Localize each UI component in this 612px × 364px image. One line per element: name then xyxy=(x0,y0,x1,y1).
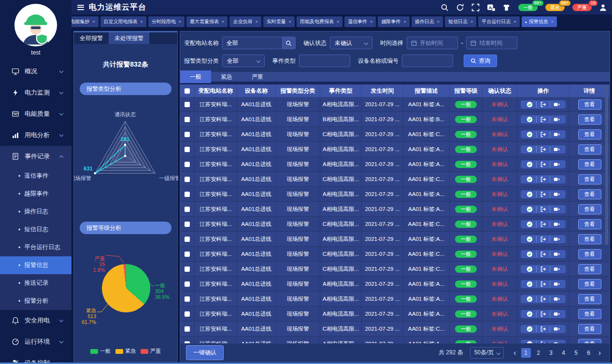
confirm-status-select[interactable]: 未确认 xyxy=(330,37,372,49)
confirm-icon[interactable] xyxy=(523,146,536,153)
view-button[interactable]: 查看 xyxy=(578,144,601,154)
push-icon[interactable] xyxy=(536,191,550,197)
avatar[interactable] xyxy=(14,4,57,46)
sidebar-subitem[interactable]: •推送记录 xyxy=(0,274,71,292)
view-button[interactable]: 查看 xyxy=(578,114,601,125)
push-icon[interactable] xyxy=(536,131,550,138)
stats-tab[interactable]: 未处理报警 xyxy=(109,32,149,44)
close-icon[interactable]: × xyxy=(222,19,224,24)
window-tab[interactable]: 短信日志× xyxy=(445,16,476,27)
video-icon[interactable] xyxy=(550,146,563,153)
close-icon[interactable]: × xyxy=(551,19,554,24)
row-checkbox[interactable] xyxy=(185,266,190,272)
row-checkbox[interactable] xyxy=(185,237,190,242)
view-button[interactable]: 查看 xyxy=(578,324,601,334)
confirm-icon[interactable] xyxy=(523,281,536,287)
start-time-input[interactable]: 开始时间 xyxy=(407,37,458,49)
close-icon[interactable]: × xyxy=(337,19,339,24)
window-tab[interactable]: 企业负荷× xyxy=(229,16,261,27)
push-icon[interactable] xyxy=(536,146,550,153)
confirm-icon[interactable] xyxy=(523,116,536,123)
close-icon[interactable]: × xyxy=(470,19,473,24)
header-checkbox[interactable] xyxy=(185,88,190,94)
station-search-icon[interactable] xyxy=(282,37,295,49)
view-button[interactable]: 查看 xyxy=(578,294,601,304)
confirm-icon[interactable] xyxy=(523,236,536,242)
close-icon[interactable]: × xyxy=(141,19,143,24)
view-button[interactable]: 查看 xyxy=(578,309,601,319)
sidebar-subitem[interactable]: •平台运行日志 xyxy=(0,238,71,256)
next-page-button[interactable]: › xyxy=(596,349,604,357)
video-icon[interactable] xyxy=(550,176,563,182)
sidebar-item[interactable]: 安全用电 xyxy=(0,310,71,331)
page-number[interactable]: 3 xyxy=(546,348,556,358)
sidebar-subitem[interactable]: •越限事件 xyxy=(0,185,71,203)
row-checkbox[interactable] xyxy=(185,326,190,332)
sidebar-subitem[interactable]: •遥信事件 xyxy=(0,167,71,185)
confirm-icon[interactable] xyxy=(523,221,536,227)
close-icon[interactable]: × xyxy=(437,19,440,24)
row-checkbox[interactable] xyxy=(185,147,190,152)
page-size-select[interactable]: 50条/页 xyxy=(470,347,504,359)
menu-icon[interactable] xyxy=(77,5,84,10)
push-icon[interactable] xyxy=(536,296,550,302)
row-checkbox[interactable] xyxy=(185,252,190,257)
event-type-input[interactable] xyxy=(299,55,350,67)
push-icon[interactable] xyxy=(536,311,550,317)
view-button[interactable]: 查看 xyxy=(578,159,601,169)
row-checkbox[interactable] xyxy=(185,192,190,197)
push-icon[interactable] xyxy=(536,236,550,242)
view-button[interactable]: 查看 xyxy=(578,99,601,110)
sidebar-subitem[interactable]: •报警信息 xyxy=(0,256,71,274)
general-alarm-badge[interactable]: 一般99+ xyxy=(518,4,538,11)
confirm-icon[interactable] xyxy=(523,326,536,332)
window-tab[interactable]: 操作日志× xyxy=(412,16,443,27)
row-checkbox[interactable] xyxy=(185,177,190,182)
page-number[interactable]: 6 xyxy=(584,348,594,358)
video-icon[interactable] xyxy=(550,161,563,168)
page-number[interactable]: 5 xyxy=(571,348,581,358)
view-button[interactable]: 查看 xyxy=(578,234,601,244)
window-tab[interactable]: 越限事件× xyxy=(378,16,409,27)
push-icon[interactable] xyxy=(536,206,550,212)
push-icon[interactable] xyxy=(536,326,550,332)
user-icon[interactable] xyxy=(599,3,607,12)
push-icon[interactable] xyxy=(536,251,550,257)
sidebar-item[interactable]: 电能质量 xyxy=(0,103,71,125)
level-subtab[interactable]: 一般 xyxy=(180,70,211,83)
close-icon[interactable]: × xyxy=(289,19,291,24)
translate-icon[interactable]: A xyxy=(487,3,495,12)
confirm-icon[interactable] xyxy=(523,176,536,182)
window-tab[interactable]: 分时段用电× xyxy=(148,16,185,27)
confirm-icon[interactable] xyxy=(523,311,536,317)
video-icon[interactable] xyxy=(550,311,563,317)
query-button[interactable]: 查询 xyxy=(464,55,497,67)
search-icon[interactable] xyxy=(441,3,449,12)
sidebar-item[interactable]: 运行环境 xyxy=(0,331,71,352)
window-tab[interactable]: 自定义用电报表× xyxy=(100,16,146,27)
sidebar-item[interactable]: 概况 xyxy=(0,61,71,82)
sidebar-item[interactable]: 用电分析 xyxy=(0,125,71,146)
view-button[interactable]: 查看 xyxy=(578,249,601,259)
view-button[interactable]: 查看 xyxy=(578,129,601,140)
confirm-icon[interactable] xyxy=(523,191,536,197)
window-tab[interactable]: ●报警信息× xyxy=(522,16,557,27)
video-icon[interactable] xyxy=(550,221,563,227)
row-checkbox[interactable] xyxy=(185,132,190,137)
stats-tab[interactable]: 全部报警 xyxy=(74,32,109,44)
confirm-icon[interactable] xyxy=(523,296,536,302)
confirm-icon[interactable] xyxy=(523,266,536,272)
confirm-icon[interactable] xyxy=(523,101,536,108)
window-tab[interactable]: 电能集抄× xyxy=(71,16,99,27)
video-icon[interactable] xyxy=(550,251,563,257)
sidebar-subitem[interactable]: •短信日志 xyxy=(0,221,71,238)
confirm-icon[interactable] xyxy=(523,206,536,212)
event-type-field[interactable] xyxy=(299,57,350,64)
window-tab[interactable]: 实时需量× xyxy=(263,16,295,27)
close-icon[interactable]: × xyxy=(92,19,95,24)
window-tab[interactable]: 遥信事件× xyxy=(344,16,376,27)
push-icon[interactable] xyxy=(536,176,550,182)
row-checkbox[interactable] xyxy=(185,311,190,317)
video-icon[interactable] xyxy=(550,191,563,197)
view-button[interactable]: 查看 xyxy=(578,174,601,184)
